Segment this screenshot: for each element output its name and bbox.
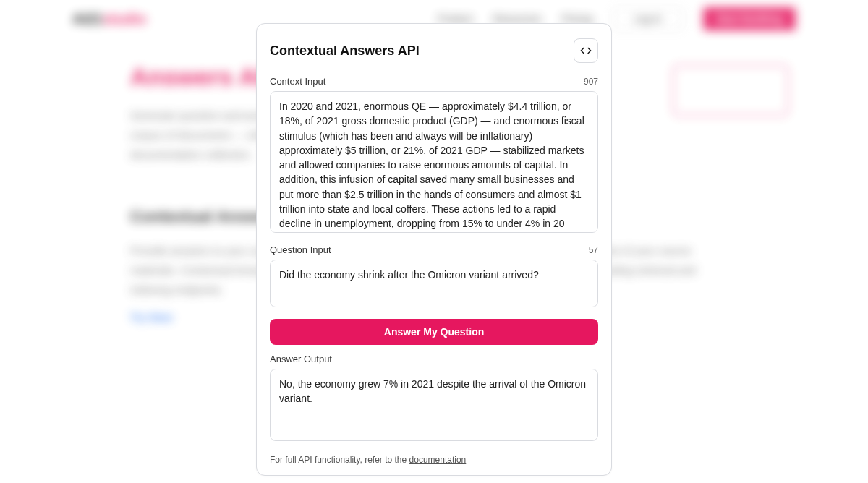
question-char-count: 57 [589, 245, 598, 255]
contextual-answers-modal: Contextual Answers API Context Input 907… [256, 23, 612, 476]
context-char-count: 907 [584, 77, 598, 87]
question-input[interactable] [270, 260, 598, 307]
logo: AI21studio [72, 11, 146, 27]
start-building-button[interactable]: Start Building [703, 7, 796, 30]
answer-output: No, the economy grew 7% in 2021 despite … [270, 369, 598, 441]
view-code-button[interactable] [574, 38, 598, 63]
context-section: Context Input 907 [270, 76, 598, 236]
context-input[interactable] [270, 91, 598, 233]
documentation-link[interactable]: documentation [409, 455, 467, 465]
answer-my-question-button[interactable]: Answer My Question [270, 319, 598, 345]
code-icon [580, 45, 592, 56]
question-label: Question Input [270, 244, 331, 255]
output-section: Answer Output No, the economy grew 7% in… [270, 354, 598, 441]
question-section: Question Input 57 [270, 244, 598, 310]
side-card [673, 65, 788, 116]
login-button[interactable]: Log In [613, 8, 683, 30]
context-label: Context Input [270, 76, 326, 87]
modal-title: Contextual Answers API [270, 43, 420, 59]
output-label: Answer Output [270, 354, 332, 364]
footer-note: For full API functionality, refer to the… [270, 450, 598, 465]
